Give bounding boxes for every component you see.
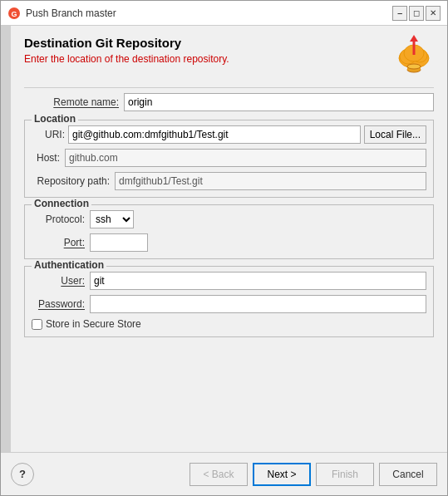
maximize-button[interactable]: ◻ bbox=[409, 6, 424, 21]
svg-marker-7 bbox=[410, 35, 418, 42]
cloud-icon bbox=[394, 32, 434, 76]
port-row: Port: bbox=[32, 233, 426, 252]
uri-label: URI: bbox=[32, 129, 65, 140]
finish-button[interactable]: Finish bbox=[316, 463, 374, 486]
help-button[interactable]: ? bbox=[11, 463, 34, 486]
repo-path-input[interactable] bbox=[115, 172, 426, 190]
left-stripe bbox=[1, 26, 11, 452]
host-row: Host: bbox=[32, 149, 426, 167]
repo-path-row: Repository path: bbox=[32, 172, 426, 190]
cancel-button[interactable]: Cancel bbox=[379, 463, 437, 486]
repo-path-label: Repository path: bbox=[32, 175, 115, 187]
connection-group-label: Connection bbox=[32, 198, 91, 209]
content-area: Destination Git Repository Enter the loc… bbox=[1, 26, 447, 452]
authentication-group-label: Authentication bbox=[32, 259, 106, 271]
remote-name-label: Remote name: bbox=[24, 96, 124, 108]
store-label[interactable]: Store in Secure Store bbox=[46, 318, 141, 330]
svg-text:G: G bbox=[11, 10, 17, 18]
connection-group: Connection Protocol: ssh https http Port… bbox=[24, 204, 434, 259]
close-button[interactable]: ✕ bbox=[426, 6, 441, 21]
window-icon: G bbox=[7, 7, 21, 20]
user-input[interactable] bbox=[90, 272, 426, 290]
store-checkbox-row: Store in Secure Store bbox=[32, 318, 426, 330]
dialog-window: G Push Branch master ‒ ◻ ✕ Destination G… bbox=[0, 0, 448, 496]
minimize-button[interactable]: ‒ bbox=[392, 6, 407, 21]
store-checkbox[interactable] bbox=[32, 319, 42, 330]
protocol-select[interactable]: ssh https http bbox=[90, 210, 134, 228]
header-text: Destination Git Repository Enter the loc… bbox=[24, 36, 387, 65]
protocol-label: Protocol: bbox=[32, 214, 90, 225]
password-input[interactable] bbox=[90, 295, 426, 313]
remote-name-input[interactable] bbox=[124, 93, 434, 111]
host-input[interactable] bbox=[65, 149, 426, 167]
protocol-row: Protocol: ssh https http bbox=[32, 210, 426, 228]
dialog-title: Destination Git Repository bbox=[24, 36, 387, 50]
user-label: User: bbox=[32, 275, 90, 287]
password-row: Password: bbox=[32, 295, 426, 313]
authentication-group: Authentication User: Password: Store in … bbox=[24, 266, 434, 337]
dialog-footer: ? < Back Next > Finish Cancel bbox=[1, 452, 447, 495]
user-row: User: bbox=[32, 272, 426, 290]
footer-buttons: < Back Next > Finish Cancel bbox=[190, 463, 437, 486]
location-group: Location URI: Local File... Host: Reposi… bbox=[24, 120, 434, 198]
dialog-subtitle: Enter the location of the destination re… bbox=[24, 53, 387, 65]
title-bar: G Push Branch master ‒ ◻ ✕ bbox=[1, 1, 447, 26]
header-separator bbox=[24, 87, 434, 88]
remote-name-row: Remote name: bbox=[24, 93, 434, 111]
window-controls: ‒ ◻ ✕ bbox=[392, 6, 441, 21]
location-group-label: Location bbox=[32, 113, 78, 125]
uri-input[interactable] bbox=[68, 125, 361, 144]
back-button[interactable]: < Back bbox=[190, 463, 248, 486]
svg-point-10 bbox=[407, 64, 421, 69]
uri-row: URI: Local File... bbox=[32, 125, 426, 144]
main-panel: Destination Git Repository Enter the loc… bbox=[11, 26, 447, 452]
port-label: Port: bbox=[32, 237, 90, 248]
local-file-button[interactable]: Local File... bbox=[364, 125, 426, 144]
window-title: Push Branch master bbox=[26, 7, 387, 19]
header-section: Destination Git Repository Enter the loc… bbox=[24, 36, 434, 76]
host-label: Host: bbox=[32, 152, 65, 164]
port-input[interactable] bbox=[90, 233, 148, 252]
password-label: Password: bbox=[32, 298, 90, 310]
next-button[interactable]: Next > bbox=[253, 463, 311, 486]
